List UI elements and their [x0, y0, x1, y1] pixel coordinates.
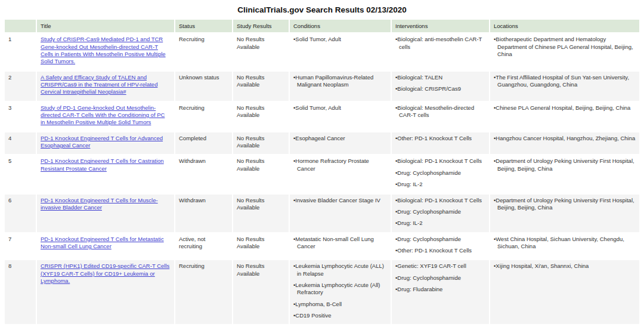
trial-locations: West China Hospital, Sichuan University,…: [490, 233, 639, 260]
intervention-item: Biological: Mesothelin-directed CAR-T ce…: [395, 104, 485, 119]
trial-conditions: Human Papillomavirus-Related Malignant N…: [290, 72, 391, 101]
intervention-item: Biological: TALEN: [395, 74, 485, 81]
trial-conditions: Hormone Refractory Prostate Cancer: [290, 155, 391, 193]
condition-item: Invasive Bladder Cancer Stage IV: [293, 197, 387, 204]
row-number: 6: [5, 195, 36, 232]
trial-interventions: Biological: anti-mesothelin CAR-T cells: [392, 33, 489, 70]
trial-conditions: Leukemia Lymphocytic Acute (ALL) in Rela…: [290, 260, 391, 324]
trial-conditions: Invasive Bladder Cancer Stage IV: [290, 195, 391, 232]
intervention-item: Biological: anti-mesothelin CAR-T cells: [395, 36, 485, 51]
table-row: 3Study of PD-1 Gene-knocked Out Mesothel…: [5, 102, 639, 131]
trial-status: Withdrawn: [175, 195, 232, 232]
results-table-header: Title Status Study Results Conditions In…: [5, 20, 639, 32]
column-header-status: Status: [175, 20, 232, 32]
location-item: Biotherapeutic Department and Hematology…: [494, 36, 636, 58]
table-row: 6PD-1 Knockout Engineered T Cells for Mu…: [5, 195, 639, 232]
page-title: ClinicalTrials.gov Search Results 02/13/…: [0, 5, 644, 14]
row-number: 3: [5, 102, 36, 131]
row-number: 1: [5, 33, 36, 70]
condition-item: Leukemia Lymphocytic Acute (ALL) in Rela…: [293, 263, 387, 277]
trial-locations: Xijing Hospital, Xi'an, Shannxi, China: [490, 260, 639, 324]
trial-study-results: No Results Available: [233, 33, 289, 70]
condition-item: Leukemia Lymphocytic Acute (All) Refract…: [293, 282, 387, 297]
intervention-item: Genetic: XYF19 CAR-T cell: [395, 263, 485, 270]
trial-locations: Department of Urology Peking University …: [490, 195, 639, 232]
trial-conditions: Solid Tumor, Adult: [290, 102, 391, 131]
intervention-item: Biological: CRISPR/Cas9: [395, 85, 485, 92]
trial-title-cell: CRISPR (HPK1) Edited CD19-specific CAR-T…: [37, 260, 174, 324]
column-header-conditions: Conditions: [290, 20, 391, 32]
row-number: 5: [5, 155, 36, 193]
trial-interventions: Drug: CyclophosphamideOther: PD-1 Knocko…: [392, 233, 489, 260]
trial-study-results: No Results Available: [233, 195, 289, 232]
row-number: 7: [5, 233, 36, 260]
trial-locations: Hangzhou Cancer Hospital, Hangzhou, Zhej…: [490, 132, 639, 155]
trial-status: Recruiting: [175, 260, 232, 324]
trial-title-cell: Study of PD-1 Gene-knocked Out Mesotheli…: [37, 102, 174, 131]
trial-study-results: No Results Available: [233, 233, 289, 260]
trial-title-cell: Study of CRISPR-Cas9 Mediated PD-1 and T…: [37, 33, 174, 70]
trial-title-cell: PD-1 Knockout Engineered T Cells for Adv…: [37, 132, 174, 155]
trial-interventions: Other: PD-1 Knockout T Cells: [392, 132, 489, 155]
row-number: 4: [5, 132, 36, 155]
column-header-study-results: Study Results: [233, 20, 289, 32]
trial-title-cell: PD-1 Knockout Engineered T Cells for Met…: [37, 233, 174, 260]
trial-title-link[interactable]: A Safety and Efficacy Study of TALEN and…: [41, 74, 157, 95]
condition-item: Metastatic Non-small Cell Lung Cancer: [293, 236, 387, 251]
results-table-body: 1Study of CRISPR-Cas9 Mediated PD-1 and …: [5, 33, 639, 327]
trial-status: Unknown status: [175, 72, 232, 101]
column-header-locations: Locations: [490, 20, 639, 32]
location-item: Hangzhou Cancer Hospital, Hangzhou, Zhej…: [494, 135, 636, 142]
condition-item: Lymphoma, B-Cell: [293, 301, 387, 308]
intervention-item: Drug: IL-2: [395, 220, 485, 227]
trial-locations: Department of Urology Peking University …: [490, 155, 639, 193]
table-row: 8CRISPR (HPK1) Edited CD19-specific CAR-…: [5, 260, 639, 324]
table-row: 5PD-1 Knockout Engineered T Cells for Ca…: [5, 155, 639, 193]
location-item: Department of Urology Peking University …: [494, 197, 636, 212]
trial-conditions: Solid Tumor, Adult: [290, 33, 391, 70]
condition-item: Esophageal Cancer: [293, 135, 387, 142]
intervention-item: Biological: PD-1 Knockout T Cells: [395, 197, 485, 204]
trial-locations: Biotherapeutic Department and Hematology…: [490, 33, 639, 70]
trial-status: Active, not recruiting: [175, 233, 232, 260]
trial-title-link[interactable]: Study of PD-1 Gene-knocked Out Mesotheli…: [41, 104, 165, 126]
intervention-item: Drug: Fludarabine: [395, 286, 485, 293]
column-header-interventions: Interventions: [392, 20, 489, 32]
trial-title-link[interactable]: PD-1 Knockout Engineered T Cells for Cas…: [41, 158, 164, 171]
condition-item: Hormone Refractory Prostate Cancer: [293, 158, 387, 172]
trial-status: Recruiting: [175, 102, 232, 131]
location-item: Xijing Hospital, Xi'an, Shannxi, China: [494, 263, 636, 270]
trial-title-link[interactable]: CRISPR (HPK1) Edited CD19-specific CAR-T…: [41, 263, 169, 284]
trial-title-cell: A Safety and Efficacy Study of TALEN and…: [37, 72, 174, 101]
location-item: West China Hospital, Sichuan University,…: [494, 236, 636, 251]
column-header-title: Title: [37, 20, 174, 32]
trial-title-link[interactable]: Study of CRISPR-Cas9 Mediated PD-1 and T…: [41, 36, 166, 64]
trial-title-link[interactable]: PD-1 Knockout Engineered T Cells for Mus…: [41, 197, 158, 211]
table-row: 2A Safety and Efficacy Study of TALEN an…: [5, 72, 639, 101]
trial-interventions: Biological: Mesothelin-directed CAR-T ce…: [392, 102, 489, 131]
trial-interventions: Biological: TALENBiological: CRISPR/Cas9: [392, 72, 489, 101]
condition-item: Human Papillomavirus-Related Malignant N…: [293, 74, 387, 89]
trial-status: Completed: [175, 132, 232, 155]
condition-item: Solid Tumor, Adult: [293, 36, 387, 43]
trial-study-results: No Results Available: [233, 260, 289, 324]
intervention-item: Drug: Cyclophosphamide: [395, 208, 485, 215]
row-number: 8: [5, 260, 36, 324]
intervention-item: Drug: IL-2: [395, 181, 485, 188]
trial-title-link[interactable]: PD-1 Knockout Engineered T Cells for Adv…: [41, 135, 163, 149]
intervention-item: Other: PD-1 Knockout T Cells: [395, 135, 485, 142]
intervention-item: Biological: PD-1 Knockout T Cells: [395, 158, 485, 165]
trial-study-results: No Results Available: [233, 72, 289, 101]
trial-interventions: Genetic: XYF19 CAR-T cellDrug: Cyclophos…: [392, 260, 489, 324]
trial-title-link[interactable]: PD-1 Knockout Engineered T Cells for Met…: [41, 236, 164, 249]
trial-locations: Chinese PLA General Hospital, Beijing, B…: [490, 102, 639, 131]
location-item: Department of Urology Peking University …: [494, 158, 636, 172]
trial-interventions: Biological: PD-1 Knockout T CellsDrug: C…: [392, 195, 489, 232]
intervention-item: Drug: Cyclophosphamide: [395, 169, 485, 177]
trial-study-results: No Results Available: [233, 132, 289, 155]
table-row: 7PD-1 Knockout Engineered T Cells for Me…: [5, 233, 639, 260]
trial-status: Recruiting: [175, 33, 232, 70]
trial-study-results: No Results Available: [233, 102, 289, 131]
intervention-item: Drug: Cyclophosphamide: [395, 236, 485, 243]
table-row: 4PD-1 Knockout Engineered T Cells for Ad…: [5, 132, 639, 155]
